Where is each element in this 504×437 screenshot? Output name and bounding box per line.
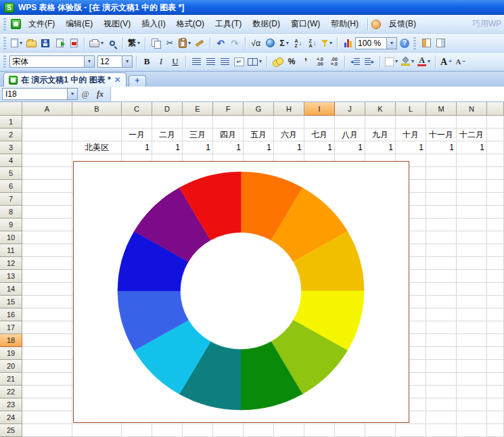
cell-partial-20[interactable] [487,360,504,373]
cell-M7[interactable] [426,193,457,206]
cell-A21[interactable] [22,373,72,386]
row-header-13[interactable]: 13 [0,270,22,283]
column-header-H[interactable]: H [274,102,304,116]
align-center-button[interactable] [204,54,217,69]
cell-M13[interactable] [426,270,457,283]
cell-M20[interactable] [426,360,457,373]
traditional-convert-button[interactable]: 繁▾ [127,36,141,51]
cell-N16[interactable] [457,308,487,321]
cell-M3[interactable]: 1 [426,141,457,154]
cell-M6[interactable] [426,180,457,193]
row-header-10[interactable]: 10 [0,231,22,244]
cell-partial-15[interactable] [487,296,504,308]
cell-A2[interactable] [22,129,72,141]
cell-F1[interactable] [213,116,244,129]
cell-A12[interactable] [22,257,72,270]
cell-M19[interactable] [426,347,457,360]
menu-item-7[interactable]: 窗口(W) [285,16,325,32]
row-header-15[interactable]: 15 [0,296,22,308]
cell-D3[interactable]: 1 [152,141,183,154]
select-all-corner[interactable] [0,102,22,116]
cell-partial-1[interactable] [487,116,504,129]
print-preview-button[interactable] [106,36,119,51]
cell-C1[interactable] [122,116,152,129]
tab-chart-in-presentation[interactable]: 在 演示文稿1 中的 图表 * ✕ [3,72,127,87]
cell-M22[interactable] [426,386,457,398]
side-panel-button[interactable] [434,36,447,51]
cell-partial-16[interactable] [487,308,504,321]
row-header-5[interactable]: 5 [0,167,22,180]
cell-M1[interactable] [426,116,457,129]
cell-A25[interactable] [22,424,72,437]
font-name-dropdown-button[interactable]: ▾ [84,56,94,67]
cell-A20[interactable] [22,360,72,373]
increase-font-button[interactable]: A+ [439,54,453,69]
cell-H3[interactable]: 1 [274,141,304,154]
formula-button[interactable]: √α [249,36,262,51]
cell-N3[interactable]: 1 [457,141,487,154]
menu-item-2[interactable]: 视图(V) [98,16,136,32]
cell-D1[interactable] [152,116,183,129]
cell-M5[interactable] [426,167,457,180]
row-header-21[interactable]: 21 [0,373,22,386]
row-header-3[interactable]: 3 [0,141,22,154]
column-header-K[interactable]: K [365,102,396,116]
cell-N6[interactable] [457,180,487,193]
row-header-20[interactable]: 20 [0,360,22,373]
new-tab-button[interactable]: + [129,75,146,87]
cell-K25[interactable] [365,424,396,437]
cell-C25[interactable] [122,424,152,437]
cell-A24[interactable] [22,411,72,424]
cell-N19[interactable] [457,347,487,360]
menu-item-5[interactable]: 工具(T) [210,16,247,32]
cell-partial-24[interactable] [487,411,504,424]
increase-indent-button[interactable]: ▸ [363,54,376,69]
cell-N1[interactable] [457,116,487,129]
row-header-17[interactable]: 17 [0,321,22,334]
cell-M4[interactable] [426,154,457,167]
column-header-G[interactable]: G [244,102,274,116]
row-header-22[interactable]: 22 [0,386,22,398]
cell-J2[interactable]: 八月 [335,129,365,141]
row-header-16[interactable]: 16 [0,308,22,321]
cell-N24[interactable] [457,411,487,424]
cell-partial-10[interactable] [487,231,504,244]
cell-F25[interactable] [213,424,244,437]
cell-M9[interactable] [426,218,457,231]
font-size-select[interactable]: 12 ▾ [97,55,133,68]
cell-partial-22[interactable] [487,386,504,398]
undo-button[interactable]: ↶ [214,36,227,51]
cell-F2[interactable]: 四月 [213,129,244,141]
cell-L3[interactable]: 1 [396,141,426,154]
cell-M24[interactable] [426,411,457,424]
cell-B1[interactable] [72,116,122,129]
cell-A7[interactable] [22,193,72,206]
column-header-D[interactable]: D [152,102,183,116]
cell-partial-7[interactable] [487,193,504,206]
cell-N23[interactable] [457,398,487,411]
cell-M2[interactable]: 十一月 [426,129,457,141]
column-header-L[interactable]: L [396,102,426,116]
increase-decimal-button[interactable]: +.0.00 [313,54,327,69]
cell-G3[interactable]: 1 [244,141,274,154]
cell-A13[interactable] [22,270,72,283]
toolbar-grip[interactable] [413,37,416,49]
cell-N18[interactable] [457,334,487,347]
merge-center-button[interactable]: ▾ [246,54,263,69]
cell-N14[interactable] [457,283,487,296]
cell-K2[interactable]: 九月 [365,129,396,141]
cell-M8[interactable] [426,206,457,218]
cell-partial-13[interactable] [487,270,504,283]
cell-I2[interactable]: 七月 [304,129,335,141]
row-header-18[interactable]: 18 [0,334,22,347]
menu-item-6[interactable]: 数据(D) [247,16,285,32]
cut-button[interactable]: ✂ [163,36,177,51]
cell-M18[interactable] [426,334,457,347]
cell-A19[interactable] [22,347,72,360]
cell-H2[interactable]: 六月 [274,129,304,141]
cell-A11[interactable] [22,244,72,257]
column-header-J[interactable]: J [335,102,365,116]
cell-partial-25[interactable] [487,424,504,437]
row-header-14[interactable]: 14 [0,283,22,296]
cell-N12[interactable] [457,257,487,270]
